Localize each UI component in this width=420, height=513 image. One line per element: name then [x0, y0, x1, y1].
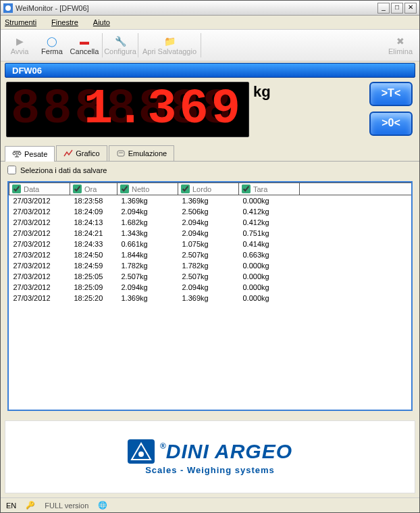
- col-data-check[interactable]: [12, 185, 21, 193]
- cell-data: 27/03/2012: [9, 206, 70, 217]
- weight-unit: kg: [253, 83, 271, 101]
- footer-logo-area: ® DINI ARGEO Scales - Weighing systems: [5, 420, 415, 493]
- window-title: WeiMonitor - [DFW06]: [16, 4, 377, 12]
- table-row[interactable]: 27/03/201218:24:591.782kg1.782kg0.000kg: [9, 260, 412, 271]
- cell-netto: 2.094kg: [117, 206, 178, 217]
- separator: [201, 33, 201, 57]
- status-lang: EN: [6, 502, 16, 510]
- configura-button[interactable]: 🔧 Configura: [104, 30, 136, 60]
- menu-aiuto[interactable]: Aiuto: [93, 18, 110, 26]
- svg-point-3: [18, 152, 21, 155]
- cell-ora: 18:24:13: [70, 217, 117, 228]
- svg-point-1: [5, 5, 11, 11]
- lcd-readout: 8888888 1.369: [6, 82, 249, 137]
- emulation-icon: [116, 149, 126, 158]
- zero-button[interactable]: >0<: [369, 112, 413, 136]
- menu-finestre[interactable]: Finestre: [51, 18, 78, 26]
- table-row[interactable]: 27/03/201218:24:092.094kg2.506kg0.412kg: [9, 206, 412, 217]
- svg-rect-4: [117, 151, 124, 156]
- cell-netto: 1.782kg: [117, 260, 178, 271]
- titlebar: WeiMonitor - [DFW06] _ □ ✕: [1, 1, 419, 16]
- menubar: Strumenti Finestre Aiuto: [1, 16, 419, 29]
- table-row-empty: [9, 390, 412, 401]
- chart-icon: [63, 149, 73, 158]
- col-lordo[interactable]: Lordo: [178, 183, 239, 195]
- avvia-button[interactable]: ▶ Avvia: [3, 30, 36, 60]
- cell-data: 27/03/2012: [9, 249, 70, 260]
- logo-text: DINI ARGEO: [166, 440, 292, 463]
- apri-salvataggio-button[interactable]: 📁 Apri Salvataggio: [140, 30, 199, 60]
- cell-data: 27/03/2012: [9, 271, 70, 282]
- maximize-button[interactable]: □: [391, 3, 403, 14]
- seleziona-checkbox[interactable]: [7, 166, 16, 174]
- col-ora-check[interactable]: [73, 185, 82, 193]
- cell-data: 27/03/2012: [9, 293, 70, 303]
- tare-button[interactable]: >T<: [369, 82, 413, 106]
- table-row[interactable]: 27/03/201218:24:330.661kg1.075kg0.414kg: [9, 239, 412, 249]
- cell-tara: 0.000kg: [239, 271, 300, 282]
- cancella-button[interactable]: ▬ Cancella: [68, 30, 101, 60]
- table-row-empty: [9, 303, 412, 314]
- play-icon: ▶: [14, 35, 26, 47]
- menu-strumenti[interactable]: Strumenti: [5, 18, 36, 26]
- cell-netto: 1.369kg: [117, 293, 178, 303]
- registered-mark: ®: [160, 441, 166, 451]
- cell-ora: 18:24:50: [70, 249, 117, 260]
- table-row-empty: [9, 358, 412, 368]
- cell-ora: 18:24:21: [70, 228, 117, 239]
- device-header: DFW06: [5, 63, 415, 78]
- table-row-empty: [9, 368, 412, 379]
- table-row[interactable]: 27/03/201218:25:092.094kg2.094kg0.000kg: [9, 282, 412, 293]
- cell-tara: 0.000kg: [239, 195, 300, 206]
- cell-lordo: 1.369kg: [178, 195, 239, 206]
- elimina-button[interactable]: ✖ Elimina: [384, 30, 417, 60]
- col-netto-check[interactable]: [120, 185, 129, 193]
- data-table: Data Ora Netto Lordo Tara 27/03/201218:2…: [9, 182, 411, 411]
- minimize-button[interactable]: _: [377, 3, 390, 14]
- status-bar: EN 🔑 FULL version 🌐: [1, 497, 419, 512]
- col-data[interactable]: Data: [9, 183, 70, 195]
- status-version: FULL version: [45, 502, 88, 510]
- cell-lordo: 1.369kg: [178, 293, 239, 303]
- globe-icon[interactable]: 🌐: [98, 501, 107, 510]
- logo-tagline: Scales - Weighing systems: [145, 465, 275, 475]
- col-spacer: [300, 183, 412, 195]
- cell-tara: 0.663kg: [239, 249, 300, 260]
- col-tara-check[interactable]: [242, 185, 251, 193]
- col-ora[interactable]: Ora: [70, 183, 117, 195]
- tab-pesate[interactable]: Pesate: [5, 146, 55, 162]
- table-row[interactable]: 27/03/201218:24:211.343kg2.094kg0.751kg: [9, 228, 412, 239]
- table-row[interactable]: 27/03/201218:24:131.682kg2.094kg0.412kg: [9, 217, 412, 228]
- col-netto[interactable]: Netto: [117, 183, 178, 195]
- logo-mark-icon: [128, 439, 155, 464]
- delete-icon: ▬: [78, 35, 90, 47]
- table-row[interactable]: 27/03/201218:23:581.369kg1.369kg0.000kg: [9, 195, 412, 206]
- cell-netto: 1.343kg: [117, 228, 178, 239]
- cell-data: 27/03/2012: [9, 282, 70, 293]
- tab-emulazione[interactable]: Emulazione: [109, 145, 174, 161]
- cell-tara: 0.412kg: [239, 217, 300, 228]
- table-row[interactable]: 27/03/201218:25:052.507kg2.507kg0.000kg: [9, 271, 412, 282]
- cell-netto: 0.661kg: [117, 239, 178, 249]
- table-row[interactable]: 27/03/201218:25:201.369kg1.369kg0.000kg: [9, 293, 412, 303]
- table-row[interactable]: 27/03/201218:24:501.844kg2.507kg0.663kg: [9, 249, 412, 260]
- table-row-empty: [9, 347, 412, 358]
- folder-icon: 📁: [163, 35, 176, 47]
- x-icon: ✖: [394, 35, 406, 47]
- close-button[interactable]: ✕: [404, 3, 417, 14]
- scale-icon: [12, 149, 22, 159]
- svg-point-7: [138, 451, 144, 457]
- cell-data: 27/03/2012: [9, 217, 70, 228]
- cell-tara: 0.000kg: [239, 260, 300, 271]
- cell-data: 27/03/2012: [9, 228, 70, 239]
- cell-data: 27/03/2012: [9, 260, 70, 271]
- app-icon: [3, 3, 13, 13]
- ferma-button[interactable]: ◯ Ferma: [36, 30, 68, 60]
- seleziona-label: Seleziona i dati da salvare: [20, 166, 107, 174]
- col-tara[interactable]: Tara: [239, 183, 300, 195]
- cell-lordo: 1.782kg: [178, 260, 239, 271]
- tab-grafico[interactable]: Grafico: [56, 145, 107, 161]
- cell-lordo: 1.075kg: [178, 239, 239, 249]
- cell-ora: 18:23:58: [70, 195, 117, 206]
- col-lordo-check[interactable]: [181, 185, 190, 193]
